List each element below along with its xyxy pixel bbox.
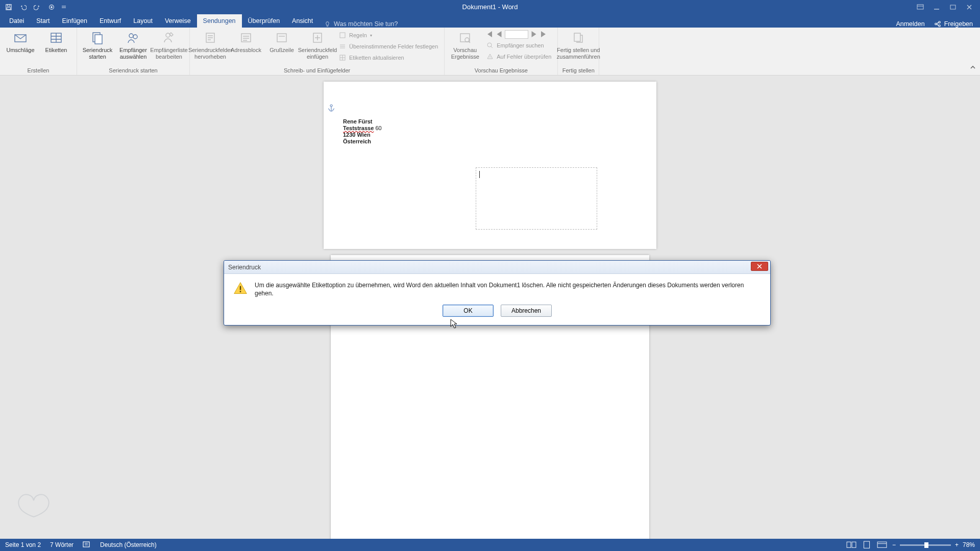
cancel-button[interactable]: Abbrechen xyxy=(501,305,552,317)
find-recipient-button[interactable]: Empfänger suchen xyxy=(484,41,553,50)
rules-button[interactable]: Regeln ▾ xyxy=(337,31,440,40)
address-city: 1230 Wien xyxy=(343,132,371,138)
ribbon-display-options-icon[interactable] xyxy=(917,4,924,11)
last-record-icon[interactable] xyxy=(540,30,549,39)
insert-merge-field-button[interactable]: Seriendruckfeld einfügen xyxy=(301,30,334,60)
proofing-icon[interactable] xyxy=(83,541,91,549)
save-icon[interactable] xyxy=(4,3,13,12)
edit-recipient-list-button[interactable]: Empfängerliste bearbeiten xyxy=(153,30,185,60)
svg-rect-2 xyxy=(7,7,11,9)
tab-einfuegen[interactable]: Einfügen xyxy=(56,14,93,28)
labels-button[interactable]: Etiketten xyxy=(40,30,72,54)
check-errors-button[interactable]: Auf Fehler überprüfen xyxy=(484,52,553,61)
print-layout-icon[interactable] xyxy=(862,541,872,549)
rules-label: Regeln xyxy=(349,32,367,38)
dialog-title: Seriendruck xyxy=(228,264,261,271)
tab-start[interactable]: Start xyxy=(30,14,56,28)
tab-verweise[interactable]: Verweise xyxy=(159,14,197,28)
tab-datei[interactable]: Datei xyxy=(3,14,30,28)
tell-me-placeholder: Was möchten Sie tun? xyxy=(334,20,398,28)
status-language[interactable]: Deutsch (Österreich) xyxy=(100,541,157,548)
update-labels-icon xyxy=(339,54,346,61)
first-record-icon[interactable] xyxy=(484,30,494,39)
return-address: Rene Fürst Teststrasse 60 1230 Wien Öste… xyxy=(343,118,382,145)
svg-rect-6 xyxy=(950,5,955,9)
dialog-titlebar[interactable]: Seriendruck xyxy=(224,261,770,274)
match-fields-button[interactable]: Übereinstimmende Felder festlegen xyxy=(337,42,440,51)
ribbon-tabstrip: Datei Start Einfügen Entwurf Layout Verw… xyxy=(0,14,980,28)
record-number-input[interactable] xyxy=(505,30,528,39)
group-label-fertig: Fertig stellen xyxy=(562,66,595,75)
start-mailmerge-label: Seriendruck starten xyxy=(83,47,113,60)
collapse-ribbon-icon[interactable] xyxy=(970,65,976,72)
address-street-error: Teststrasse xyxy=(343,125,374,131)
status-page[interactable]: Seite 1 von 2 xyxy=(5,541,41,548)
address-block-button[interactable]: Adressblock xyxy=(230,30,262,54)
zoom-out-button[interactable]: − xyxy=(892,541,896,548)
select-recipients-button[interactable]: Empfänger auswählen xyxy=(117,30,150,60)
maximize-icon[interactable] xyxy=(949,4,957,11)
mailmerge-warning-dialog: Seriendruck Um die ausgewählte Etikettop… xyxy=(224,260,771,325)
svg-rect-32 xyxy=(852,542,856,547)
share-label: Freigeben xyxy=(944,20,973,28)
envelope-icon xyxy=(13,31,28,45)
text-caret xyxy=(479,171,480,178)
document-page-1[interactable]: Rene Fürst Teststrasse 60 1230 Wien Öste… xyxy=(324,82,656,249)
preview-results-button[interactable]: Vorschau Ergebnisse xyxy=(449,30,481,60)
svg-point-24 xyxy=(465,38,469,42)
envelopes-label: Umschläge xyxy=(6,47,34,54)
highlight-merge-fields-button[interactable]: Seriendruckfelder hervorheben xyxy=(194,30,227,60)
svg-point-27 xyxy=(330,105,332,107)
tell-me-search[interactable]: Was möchten Sie tun? xyxy=(319,20,403,28)
svg-rect-21 xyxy=(340,33,345,38)
tab-ansicht[interactable]: Ansicht xyxy=(286,14,319,28)
web-layout-icon[interactable] xyxy=(877,541,887,549)
dialog-close-button[interactable] xyxy=(751,262,768,271)
address-block-label: Adressblock xyxy=(231,47,261,54)
tab-layout[interactable]: Layout xyxy=(127,14,159,28)
qat-customize-icon[interactable] xyxy=(61,3,66,12)
finish-merge-button[interactable]: Fertig stellen und zusammenführen xyxy=(562,30,595,60)
update-labels-label: Etiketten aktualisieren xyxy=(349,55,404,61)
undo-icon[interactable] xyxy=(18,3,28,12)
share-button[interactable]: Freigeben xyxy=(934,20,973,28)
zoom-slider[interactable] xyxy=(900,544,951,546)
start-mailmerge-button[interactable]: Seriendruck starten xyxy=(81,30,114,60)
redo-icon[interactable] xyxy=(33,3,42,12)
recipient-address-frame[interactable] xyxy=(476,167,597,230)
match-fields-icon xyxy=(339,43,346,50)
group-label-seriendruck-starten: Seriendruck starten xyxy=(109,66,157,75)
window-title: Dokument1 - Word xyxy=(462,3,518,11)
window-controls xyxy=(917,4,980,11)
quick-access-toolbar xyxy=(0,3,66,12)
ribbon-group-seriendruck-starten: Seriendruck starten Empfänger auswählen … xyxy=(77,28,190,75)
greeting-line-button[interactable]: Grußzeile xyxy=(265,30,298,54)
svg-point-4 xyxy=(51,6,53,8)
ribbon-group-felder: Seriendruckfelder hervorheben Adressbloc… xyxy=(190,28,445,75)
chevron-down-icon: ▾ xyxy=(370,33,372,38)
update-labels-button[interactable]: Etiketten aktualisieren xyxy=(337,53,440,62)
svg-rect-19 xyxy=(277,34,286,42)
preview-results-label: Vorschau Ergebnisse xyxy=(451,47,479,60)
close-icon[interactable] xyxy=(966,4,973,11)
tab-ueberpruefen[interactable]: Überprüfen xyxy=(242,14,286,28)
prev-record-icon[interactable] xyxy=(495,30,504,39)
check-errors-label: Auf Fehler überprüfen xyxy=(497,54,551,60)
tab-sendungen[interactable]: Sendungen xyxy=(197,14,242,28)
touch-mode-icon[interactable] xyxy=(47,3,56,12)
next-record-icon[interactable] xyxy=(529,30,538,39)
address-name: Rene Fürst xyxy=(343,118,372,124)
sign-in-link[interactable]: Anmelden xyxy=(896,20,924,28)
ribbon-group-fertig: Fertig stellen und zusammenführen Fertig… xyxy=(558,28,599,75)
greeting-line-label: Grußzeile xyxy=(270,47,294,54)
minimize-icon[interactable] xyxy=(933,4,940,11)
tab-entwurf[interactable]: Entwurf xyxy=(93,14,127,28)
zoom-level[interactable]: 78% xyxy=(963,541,975,548)
envelopes-button[interactable]: Umschläge xyxy=(4,30,37,54)
edit-recipient-list-label: Empfängerliste bearbeiten xyxy=(150,47,187,60)
read-mode-icon[interactable] xyxy=(846,541,856,549)
status-words[interactable]: 7 Wörter xyxy=(50,541,74,548)
ok-button[interactable]: OK xyxy=(443,305,494,317)
zoom-in-button[interactable]: + xyxy=(955,541,959,548)
edit-list-icon xyxy=(162,31,176,45)
